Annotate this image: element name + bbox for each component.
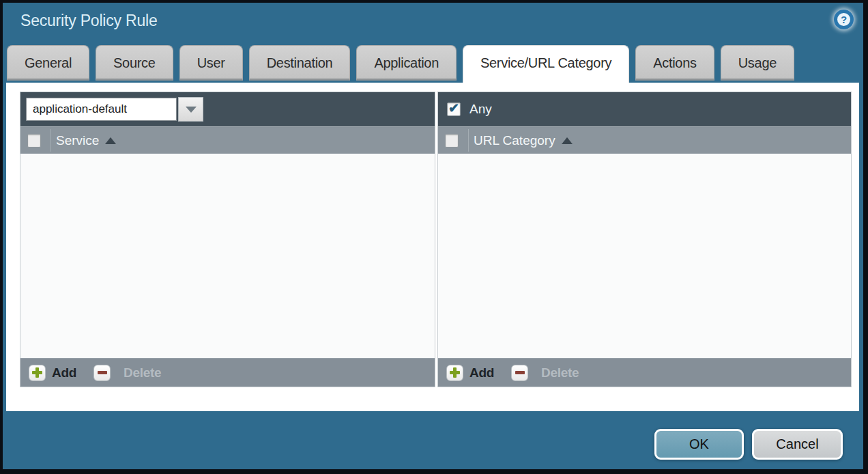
tab-application[interactable]: Application [356,45,457,81]
cancel-button[interactable]: Cancel [752,429,843,460]
service-panel: Service Add Delete [20,92,435,387]
tab-usage[interactable]: Usage [721,45,794,81]
column-divider [468,129,469,152]
url-category-column-header: URL Category [438,126,851,154]
tab-general[interactable]: General [7,45,89,81]
url-category-column-label[interactable]: URL Category [474,133,555,148]
add-icon [29,365,46,381]
tab-destination[interactable]: Destination [249,45,351,81]
help-icon[interactable]: ? [834,10,854,29]
url-category-footer: Add Delete [438,358,851,387]
column-divider [50,129,51,152]
service-column-header: Service [20,126,435,154]
sort-ascending-icon[interactable] [105,137,116,144]
url-add-button[interactable]: Add [446,365,494,381]
url-select-all-checkbox[interactable] [445,134,459,148]
tab-source[interactable]: Source [96,45,173,81]
url-delete-button[interactable]: Delete [500,365,579,381]
sort-ascending-icon[interactable] [562,137,573,144]
tab-bar: General Source User Destination Applicat… [7,45,856,83]
dialog-title: Security Policy Rule [20,12,158,30]
ok-button[interactable]: OK [654,429,744,460]
service-type-dropdown-button[interactable] [178,97,203,122]
tab-user[interactable]: User [179,45,243,81]
url-any-checkbox[interactable] [447,102,461,116]
service-add-button[interactable]: Add [29,365,76,381]
tab-actions[interactable]: Actions [635,45,714,81]
security-policy-rule-dialog: Security Policy Rule ? General Source Us… [0,0,868,474]
service-list[interactable] [20,154,435,358]
service-footer: Add Delete [20,358,435,387]
url-category-panel: Any URL Category Add Delete [437,92,852,387]
service-type-bar [20,92,435,126]
chevron-down-icon [186,107,197,113]
add-icon [446,365,463,381]
service-select-all-checkbox[interactable] [27,134,41,148]
service-column-label[interactable]: Service [56,133,99,148]
service-type-input[interactable] [26,98,177,121]
delete-icon [511,365,528,381]
service-delete-button[interactable]: Delete [83,365,161,381]
url-any-bar: Any [438,92,851,126]
url-any-label: Any [469,102,492,117]
delete-icon [93,365,111,381]
tab-service-url-category[interactable]: Service/URL Category [463,45,629,83]
url-category-list[interactable] [438,154,851,358]
add-label: Add [52,365,76,380]
delete-label: Delete [124,365,161,380]
tab-content: Service Add Delete Any [6,83,859,411]
add-label: Add [469,365,494,380]
delete-label: Delete [541,365,579,380]
